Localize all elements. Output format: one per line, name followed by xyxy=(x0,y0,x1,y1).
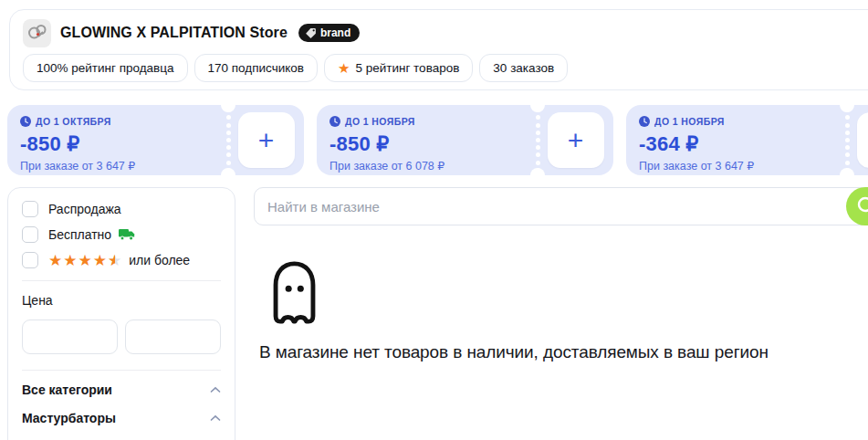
chevron-up-icon xyxy=(210,386,221,393)
coupon-amount: -364 ₽ xyxy=(639,132,834,156)
stat-orders: 30 заказов xyxy=(479,54,568,82)
coupon-ticket: ДО 1 НОЯБРЯ -364 ₽ При заказе от 3 647 ₽… xyxy=(626,105,868,175)
search-icon xyxy=(855,194,868,218)
store-title: GLOWING X PALPITATION Store xyxy=(60,25,288,41)
clock-icon xyxy=(329,116,340,127)
coupon-ticket: ДО 1 ОКТЯБРЯ -850 ₽ При заказе от 3 647 … xyxy=(7,105,304,175)
store-logo xyxy=(23,19,51,47)
empty-state-message: В магазине нет товаров в наличии, достав… xyxy=(259,342,868,362)
perforation xyxy=(844,105,850,175)
store-page: GLOWING X PALPITATION Store brand 100% р… xyxy=(0,0,868,440)
chevron-up-icon xyxy=(210,414,221,422)
ghost-icon xyxy=(267,259,322,327)
store-header-card: GLOWING X PALPITATION Store brand 100% р… xyxy=(9,9,868,90)
brand-badge-label: brand xyxy=(320,26,350,39)
store-logo-monogram xyxy=(26,22,48,44)
checkbox[interactable] xyxy=(22,226,38,243)
coupon-ticket: ДО 1 НОЯБРЯ -850 ₽ При заказе от 6 078 ₽… xyxy=(317,105,613,175)
divider xyxy=(22,280,221,281)
perforation xyxy=(535,105,540,175)
coupon-condition: При заказе от 3 647 ₽ xyxy=(20,159,215,173)
clock-icon xyxy=(20,116,31,127)
stat-subscribers: 170 подписчиков xyxy=(194,54,318,82)
coupon-row: ДО 1 ОКТЯБРЯ -850 ₽ При заказе от 3 647 … xyxy=(7,105,868,175)
tag-icon xyxy=(305,27,317,39)
empty-state xyxy=(267,259,868,330)
filters-sidebar: Распродажа Бесплатно ★★★★★★ или более Це… xyxy=(7,187,235,440)
coupon-amount: -850 ₽ xyxy=(20,132,215,156)
coupon-amount: -850 ₽ xyxy=(329,132,525,156)
category-masturbators[interactable]: Мастурбаторы xyxy=(22,411,221,425)
clock-icon xyxy=(639,116,650,127)
stat-seller-rating: 100% рейтинг продавца xyxy=(23,54,188,82)
filter-sale[interactable]: Распродажа xyxy=(22,201,221,217)
coupon-condition: При заказе от 3 647 ₽ xyxy=(639,159,834,173)
brand-badge: brand xyxy=(298,24,360,42)
coupon-condition: При заказе от 6 078 ₽ xyxy=(329,159,525,173)
price-min-input[interactable] xyxy=(22,320,118,354)
coupon-deadline: ДО 1 НОЯБРЯ xyxy=(329,116,525,127)
category-all[interactable]: Все категории xyxy=(22,382,221,397)
coupon-deadline: ДО 1 ОКТЯБРЯ xyxy=(20,116,215,127)
store-stats: 100% рейтинг продавца 170 подписчиков ★ … xyxy=(23,54,868,82)
store-search-input[interactable] xyxy=(254,187,868,225)
delivery-truck-icon xyxy=(119,228,136,241)
star-icon: ★ xyxy=(338,61,350,75)
add-coupon-button[interactable]: + xyxy=(857,112,868,168)
perforation xyxy=(225,105,231,175)
filter-rating[interactable]: ★★★★★★ или более xyxy=(22,252,221,268)
divider xyxy=(22,370,221,371)
stat-product-rating: ★ 5 рейтинг товаров xyxy=(324,54,473,82)
add-coupon-button[interactable]: + xyxy=(548,112,604,168)
checkbox[interactable] xyxy=(22,201,38,217)
price-max-input[interactable] xyxy=(125,320,221,354)
store-main-area: В магазине нет товаров в наличии, достав… xyxy=(254,187,868,362)
checkbox[interactable] xyxy=(22,252,38,268)
coupon-deadline: ДО 1 НОЯБРЯ xyxy=(639,116,834,127)
price-filter-label: Цена xyxy=(22,293,221,308)
add-coupon-button[interactable]: + xyxy=(238,112,295,168)
star-rating-icon: ★★★★★★ xyxy=(48,253,122,268)
filter-free-delivery[interactable]: Бесплатно xyxy=(22,226,221,243)
